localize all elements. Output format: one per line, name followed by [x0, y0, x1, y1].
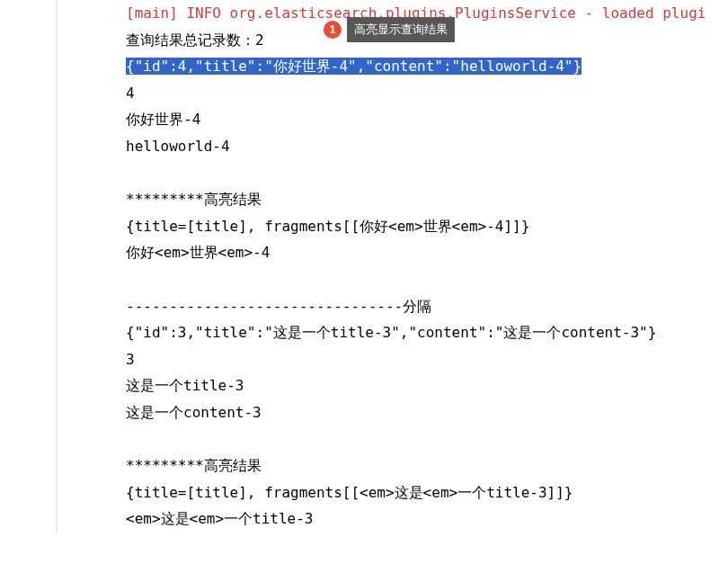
output-line: 3	[126, 346, 728, 373]
annotation-number-badge: 1	[324, 21, 342, 39]
annotation-label: 高亮显示查询结果	[347, 17, 455, 42]
output-line: <em>这是<em>一个title-3	[126, 506, 728, 533]
output-line: {title=[title], fragments[[你好<em>世界<em>-…	[126, 213, 728, 240]
blank-line	[126, 266, 728, 293]
output-line: 这是一个content-3	[126, 399, 728, 426]
output-line: --------------------------------分隔	[126, 293, 728, 320]
selected-text: {"id":4,"title":"你好世界-4","content":"hell…	[126, 58, 582, 75]
output-line: {"id":3,"title":"这是一个title-3","content":…	[126, 319, 728, 346]
output-line: *********高亮结果	[126, 452, 728, 479]
output-line: *********高亮结果	[126, 186, 728, 213]
output-line: 4	[126, 80, 728, 107]
output-line: 这是一个title-3	[126, 372, 728, 399]
blank-line	[126, 160, 728, 187]
console-output-container: 1 高亮显示查询结果 [main] INFO org.elasticsearch…	[56, 0, 728, 533]
highlighted-selection-line[interactable]: {"id":4,"title":"你好世界-4","content":"hell…	[126, 53, 728, 80]
output-line: helloworld-4	[126, 133, 728, 160]
annotation-callout: 1 高亮显示查询结果	[324, 17, 455, 42]
output-line: {title=[title], fragments[[<em>这是<em>一个t…	[126, 479, 728, 506]
output-line: 你好世界-4	[126, 106, 728, 133]
blank-line	[126, 426, 728, 453]
output-line: 你好<em>世界<em>-4	[126, 239, 728, 266]
